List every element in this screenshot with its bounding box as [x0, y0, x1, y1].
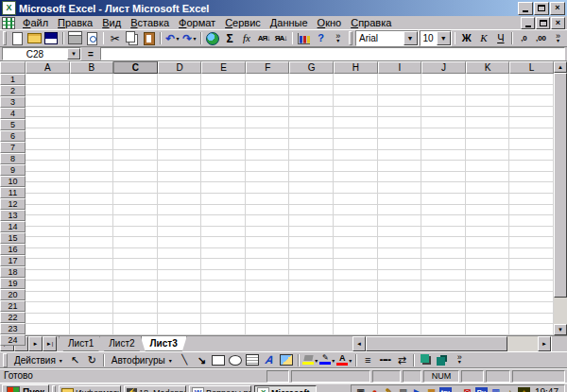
cell-D23[interactable]	[158, 314, 202, 325]
cell-B7[interactable]	[70, 139, 114, 150]
cell-K2[interactable]	[466, 85, 510, 96]
cell-H17[interactable]	[334, 248, 378, 260]
name-box-dropdown-icon[interactable]: ▼	[67, 48, 80, 60]
cell-B2[interactable]	[70, 85, 114, 96]
cell-A16[interactable]	[26, 237, 70, 248]
cell-B9[interactable]	[70, 161, 114, 172]
cell-A9[interactable]	[26, 161, 70, 172]
cell-I16[interactable]	[378, 237, 422, 248]
cell-L24[interactable]	[509, 324, 554, 335]
textbox-button[interactable]	[245, 353, 261, 367]
cell-C24[interactable]	[113, 324, 158, 335]
cell-K23[interactable]	[466, 314, 510, 325]
cell-J11[interactable]	[421, 182, 466, 194]
row-header-7[interactable]: 7	[0, 142, 26, 153]
cell-C13[interactable]	[113, 205, 158, 216]
cell-L22[interactable]	[509, 302, 554, 314]
name-box[interactable]: C28 ▼	[2, 47, 81, 60]
sheet-tab-Лист3[interactable]: Лист3	[141, 336, 187, 351]
cell-grid[interactable]	[26, 74, 554, 335]
cell-J22[interactable]	[421, 302, 466, 314]
cell-I10[interactable]	[378, 172, 422, 183]
cell-I17[interactable]	[378, 248, 422, 260]
cell-J23[interactable]	[421, 314, 466, 325]
cell-J9[interactable]	[421, 161, 466, 172]
size-dropdown-icon[interactable]: ▼	[437, 31, 451, 45]
row-header-9[interactable]: 9	[0, 164, 26, 176]
help-button[interactable]: ?	[313, 31, 329, 45]
cell-L15[interactable]	[509, 227, 554, 238]
cell-D15[interactable]	[158, 227, 202, 238]
cell-E12[interactable]	[201, 194, 246, 205]
row-header-12[interactable]: 12	[0, 198, 26, 210]
menu-Правка[interactable]: Правка	[53, 16, 97, 29]
row-header-6[interactable]: 6	[0, 130, 26, 142]
cell-L4[interactable]	[509, 107, 554, 118]
cell-H7[interactable]	[334, 139, 378, 150]
row-header-20[interactable]: 20	[0, 289, 26, 300]
line-button[interactable]: ╲	[177, 353, 193, 367]
cell-J19[interactable]	[421, 270, 466, 281]
cell-I21[interactable]	[378, 292, 422, 303]
cell-H15[interactable]	[334, 227, 378, 238]
cell-B17[interactable]	[70, 248, 114, 260]
rect-button[interactable]	[211, 353, 227, 367]
cell-I13[interactable]	[378, 205, 422, 216]
cell-J15[interactable]	[421, 227, 466, 238]
cell-D24[interactable]	[158, 324, 202, 335]
column-header-G[interactable]: G	[289, 61, 334, 74]
cell-I8[interactable]	[378, 150, 422, 162]
cell-I9[interactable]	[378, 161, 422, 172]
cell-L21[interactable]	[509, 292, 554, 303]
row-header-21[interactable]: 21	[0, 300, 26, 312]
cell-H21[interactable]	[334, 292, 378, 303]
cell-E8[interactable]	[201, 150, 246, 162]
cell-G10[interactable]	[289, 172, 334, 183]
cell-A6[interactable]	[26, 128, 70, 140]
arrow-style-button[interactable]: ⇄	[394, 353, 410, 367]
cell-E23[interactable]	[201, 314, 246, 325]
cell-F20[interactable]	[246, 281, 290, 292]
cell-I15[interactable]	[378, 227, 422, 238]
cell-J16[interactable]	[421, 237, 466, 248]
menu-Сервис[interactable]: Сервис	[220, 16, 266, 29]
cell-G14[interactable]	[289, 215, 334, 227]
horizontal-scroll-track[interactable]	[507, 336, 538, 351]
dropdown-icon[interactable]: ▾	[176, 35, 179, 42]
cell-E21[interactable]	[201, 292, 246, 303]
cell-L9[interactable]	[509, 161, 554, 172]
column-header-I[interactable]: I	[378, 61, 422, 74]
cell-K16[interactable]	[466, 237, 510, 248]
cell-B11[interactable]	[70, 182, 114, 194]
cell-G8[interactable]	[289, 150, 334, 162]
cell-J18[interactable]	[421, 259, 466, 270]
cell-F24[interactable]	[246, 324, 290, 335]
cell-K24[interactable]	[466, 324, 510, 335]
formula-input[interactable]	[100, 47, 565, 60]
cell-F7[interactable]	[246, 139, 290, 150]
cell-C6[interactable]	[113, 128, 158, 140]
cell-C3[interactable]	[113, 95, 158, 107]
dropdown-icon[interactable]: ▾	[193, 35, 196, 42]
task-Microsoft ...[interactable]: XMicrosoft ...	[254, 385, 317, 392]
cell-C8[interactable]	[113, 150, 158, 162]
cell-I18[interactable]	[378, 259, 422, 270]
toolbar-gripper[interactable]	[349, 31, 352, 45]
cell-H13[interactable]	[334, 205, 378, 216]
cell-G20[interactable]	[289, 281, 334, 292]
open-button[interactable]	[26, 31, 43, 45]
cell-E20[interactable]	[201, 281, 246, 292]
cell-J4[interactable]	[421, 107, 466, 118]
cell-F22[interactable]	[246, 302, 290, 314]
cell-I23[interactable]	[378, 314, 422, 325]
cell-A21[interactable]	[26, 292, 70, 303]
cell-C12[interactable]	[113, 194, 158, 205]
cell-L2[interactable]	[509, 85, 554, 96]
cell-C21[interactable]	[113, 292, 158, 303]
cell-I22[interactable]	[378, 302, 422, 314]
autoshapes-menu-button[interactable]: Автофигуры▾	[108, 353, 176, 366]
cell-G5[interactable]	[289, 117, 334, 128]
cell-L8[interactable]	[509, 150, 554, 162]
cell-I1[interactable]	[378, 74, 422, 85]
cell-L13[interactable]	[509, 205, 554, 216]
